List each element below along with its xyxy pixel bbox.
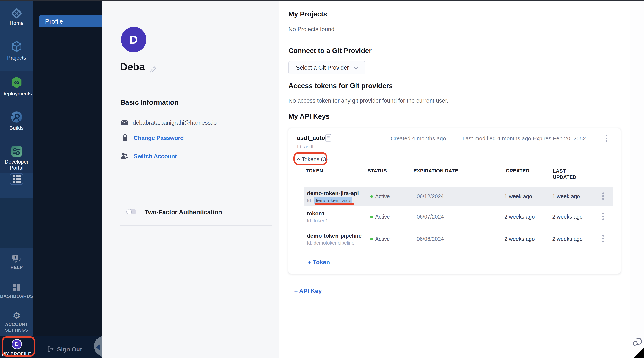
my-api-keys-title: My API Keys xyxy=(288,113,330,120)
api-key-menu-button[interactable] xyxy=(606,135,608,137)
git-provider-select-value: Select a Git Provider xyxy=(296,61,349,74)
column-header-created: CREATED xyxy=(506,168,530,174)
api-key-created: Created 4 months ago xyxy=(390,135,446,142)
sidebar-item-home-label: Home xyxy=(0,20,33,26)
sidebar-item-my-profile-label[interactable]: MY PROFILE xyxy=(0,351,33,357)
profile-avatar-initial: D xyxy=(130,33,138,46)
no-access-tokens-text: No access token for any git provider fou… xyxy=(288,97,448,104)
my-profile-avatar[interactable]: D xyxy=(12,339,22,349)
token-row[interactable]: demo-token-pipeline Id: demotokenpipelin… xyxy=(304,228,613,250)
svg-text:?: ? xyxy=(14,255,16,260)
change-password-link[interactable]: Change Password xyxy=(134,135,184,141)
grid-icon xyxy=(13,175,20,183)
copy-icon[interactable] xyxy=(325,133,332,143)
chevron-down-icon xyxy=(354,65,358,69)
token-status: Active xyxy=(375,193,390,200)
sidebar-item-dashboards[interactable] xyxy=(0,283,33,293)
cube-icon xyxy=(10,40,23,54)
scrollbar-gutter[interactable] xyxy=(630,2,644,358)
deployments-hexagon-icon: ∞ xyxy=(10,76,23,90)
two-factor-label: Two-Factor Authentication xyxy=(145,209,222,216)
token-name: demo-token-jira-api xyxy=(307,190,359,197)
token-created: 1 week ago xyxy=(504,193,532,200)
sidebar-item-projects[interactable] xyxy=(0,40,33,54)
builds-circle-icon xyxy=(10,110,23,124)
status-dot xyxy=(370,216,373,218)
home-icon xyxy=(10,7,23,21)
status-dot xyxy=(370,195,373,198)
token-created: 2 weeks ago xyxy=(504,214,535,220)
column-header-status: STATUS xyxy=(368,168,387,174)
developer-portal-icon xyxy=(10,145,23,159)
profile-avatar[interactable]: D xyxy=(121,27,146,52)
sign-out-label: Sign Out xyxy=(57,346,82,353)
sign-out-button[interactable]: Sign Out xyxy=(46,345,82,353)
switch-account-icon xyxy=(120,152,129,160)
tokens-toggle-label: Tokens (3) xyxy=(302,156,328,162)
token-row[interactable]: token1 Id: token1 Active 06/07/2024 2 we… xyxy=(304,206,613,228)
token-status: Active xyxy=(375,214,390,220)
api-key-id: Id: asdf xyxy=(297,144,314,150)
dashboards-icon xyxy=(12,283,21,293)
tab-profile[interactable]: Profile xyxy=(39,16,102,27)
sign-out-icon xyxy=(46,345,54,353)
profile-panel xyxy=(102,2,279,358)
token-updated: 1 week ago xyxy=(552,193,580,200)
git-provider-title: Connect to a Git Provider xyxy=(288,47,372,55)
window-top-edge xyxy=(0,0,644,2)
token-name: token1 xyxy=(307,210,325,217)
divider xyxy=(120,202,272,202)
token-menu-button[interactable] xyxy=(602,213,604,215)
email-icon xyxy=(121,120,128,126)
status-dot xyxy=(370,238,373,240)
feedback-chat-icon[interactable] xyxy=(632,336,642,347)
column-header-token: TOKEN xyxy=(306,168,323,174)
gear-icon: ⚙ xyxy=(12,311,20,320)
api-key-modified: Last modified 4 months ago Expires Feb 2… xyxy=(462,135,586,142)
sidebar-item-dashboards-label: DASHBOARDS xyxy=(0,293,33,299)
no-projects-text: No Projects found xyxy=(288,26,334,33)
sidebar-item-builds[interactable] xyxy=(0,110,33,124)
add-token-button[interactable]: + Token xyxy=(308,259,330,266)
sidebar-item-home[interactable] xyxy=(0,7,33,21)
sidebar-item-builds-label: Builds xyxy=(0,125,33,131)
token-id: Id: token1 xyxy=(307,218,328,224)
column-header-expiration-date: EXPIRATION DATE xyxy=(414,168,458,174)
token-expiration: 06/12/2024 xyxy=(417,193,444,200)
profile-user-name: Deba xyxy=(120,61,145,72)
switch-account-link[interactable]: Switch Account xyxy=(134,153,177,160)
token-expiration: 06/06/2024 xyxy=(417,236,444,242)
sidebar-item-deployments-label: Deployments xyxy=(0,91,33,97)
chevron-left-icon xyxy=(96,344,100,350)
sidebar-item-developer-portal-label: Developer Portal xyxy=(0,159,33,171)
sidebar-item-developer-portal[interactable] xyxy=(0,145,33,159)
sidebar-item-projects-label: Projects xyxy=(0,55,33,61)
module-selector-button[interactable] xyxy=(10,173,23,185)
token-menu-button[interactable] xyxy=(602,235,604,237)
two-factor-toggle[interactable] xyxy=(126,209,136,215)
profile-email: debabrata.panigrahi@harness.io xyxy=(133,119,217,126)
scrollbar-track-line xyxy=(630,2,630,358)
token-name: demo-token-pipeline xyxy=(307,233,362,239)
token-updated: 2 weeks ago xyxy=(552,214,583,220)
sidebar-item-help[interactable]: ? xyxy=(0,254,33,264)
token-menu-button[interactable] xyxy=(602,193,604,194)
app-window: Home Projects ∞ Deployments xyxy=(0,0,644,358)
sidebar-item-account-settings[interactable]: ⚙ xyxy=(0,311,33,320)
lock-icon xyxy=(122,134,129,142)
window-resize-corner xyxy=(634,347,644,358)
git-provider-select[interactable]: Select a Git Provider xyxy=(288,61,365,74)
tokens-expand-toggle[interactable]: Tokens (3) xyxy=(298,156,328,162)
sidebar-item-account-settings-label: ACCOUNT SETTINGS xyxy=(0,321,33,333)
sidebar-item-help-label: HELP xyxy=(0,265,33,270)
edit-name-button[interactable] xyxy=(150,65,158,74)
token-status: Active xyxy=(375,236,390,242)
add-api-key-button[interactable]: + API Key xyxy=(294,288,322,295)
token-id: Id: demotokenpipeline xyxy=(307,240,354,246)
access-tokens-title: Access tokens for Git providers xyxy=(288,82,393,90)
annotation-red-underline xyxy=(315,203,354,205)
sidebar-item-deployments[interactable]: ∞ xyxy=(0,76,33,90)
secondary-panel xyxy=(33,2,102,336)
api-key-name: asdf_auto xyxy=(297,134,325,141)
svg-text:∞: ∞ xyxy=(14,78,20,86)
